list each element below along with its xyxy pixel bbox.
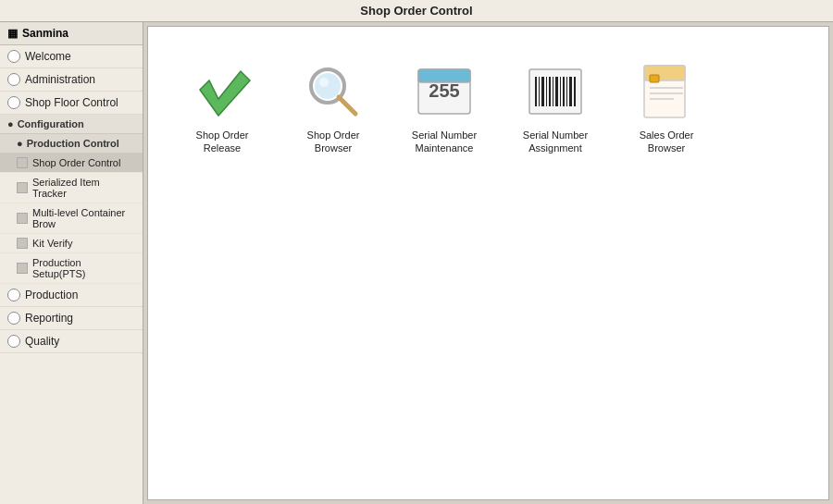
title-bar: Shop Order Control — [0, 0, 833, 22]
sidebar-subitem-shop-order-control[interactable]: Shop Order Control — [0, 154, 143, 173]
svg-rect-11 — [541, 77, 544, 106]
svg-rect-18 — [566, 77, 567, 106]
sidebar-reporting-label: Reporting — [25, 312, 73, 325]
sidebar-item-reporting[interactable]: Reporting — [0, 307, 143, 330]
sidebar-sub-label-kv: Kit Verify — [32, 238, 72, 249]
kit-verify-icon — [17, 238, 28, 249]
sidebar-administration-label: Administration — [25, 73, 95, 86]
svg-rect-16 — [560, 77, 561, 106]
sidebar-subitem-multilevel[interactable]: Multi-level Container Brow — [0, 203, 143, 234]
serial-number-maintenance-label: Serial NumberMaintenance — [412, 129, 477, 155]
svg-rect-20 — [574, 77, 576, 106]
checkmark-svg — [193, 62, 252, 121]
svg-rect-19 — [569, 77, 572, 106]
shop-order-browser-icon-img — [304, 62, 363, 121]
barcode-svg — [526, 62, 585, 121]
serialized-item-icon — [17, 182, 28, 193]
svg-point-2 — [315, 73, 341, 99]
sidebar-configuration-label: Configuration — [18, 118, 84, 129]
sidebar-sub-label-ml: Multi-level Container Brow — [32, 207, 135, 229]
sidebar-brand: ▦ Sanmina — [0, 22, 143, 45]
sidebar-prodctrl-label: Production Control — [27, 138, 119, 149]
svg-rect-12 — [546, 77, 547, 106]
serial-number-assignment-label: Serial NumberAssignment — [523, 129, 588, 155]
svg-rect-10 — [539, 77, 540, 106]
sidebar-sub-label-sit: Serialized Item Tracker — [32, 177, 135, 199]
production-icon — [7, 289, 20, 301]
multilevel-icon — [17, 213, 28, 224]
shop-order-release-item[interactable]: Shop Order Release — [176, 55, 268, 163]
sidebar-subitem-production-setup[interactable]: Production Setup(PTS) — [0, 253, 143, 284]
svg-rect-26 — [650, 75, 659, 82]
sidebar: ▦ Sanmina Welcome Administration Shop Fl… — [0, 22, 143, 504]
sidebar-item-production[interactable]: Production — [0, 284, 143, 307]
sidebar-sub-label-ps: Production Setup(PTS) — [32, 257, 135, 279]
brand-icon: ▦ — [7, 27, 18, 40]
serial-number-maintenance-icon-img: 255 — [415, 62, 474, 121]
serial-number-assignment-item[interactable]: Serial NumberAssignment — [509, 55, 602, 163]
sidebar-subitem-serialized-item[interactable]: Serialized Item Tracker — [0, 173, 143, 203]
svg-rect-15 — [555, 77, 558, 106]
sidebar-sub-label-soc: Shop Order Control — [32, 157, 120, 168]
serial-number-maintenance-item[interactable]: 255 Serial NumberMaintenance — [398, 55, 491, 163]
welcome-icon — [7, 50, 20, 63]
icons-grid: Shop Order Release Shop Order Browser — [167, 45, 810, 172]
svg-rect-13 — [549, 77, 551, 106]
sales-order-browser-icon-img — [637, 62, 696, 121]
sidebar-shopfloor-label: Shop Floor Control — [25, 96, 118, 109]
svg-rect-17 — [563, 77, 565, 106]
number255-svg: 255 — [415, 62, 474, 121]
svg-marker-0 — [200, 71, 250, 116]
sidebar-configuration-header: ● Configuration — [0, 115, 143, 134]
page-title: Shop Order Control — [360, 4, 472, 18]
sidebar-item-quality[interactable]: Quality — [0, 330, 143, 353]
svg-point-3 — [319, 78, 329, 87]
search-svg — [304, 62, 363, 121]
config-bullet-icon: ● — [7, 118, 14, 129]
sidebar-item-shop-floor-control[interactable]: Shop Floor Control — [0, 92, 143, 115]
brand-label: Sanmina — [22, 27, 68, 40]
shop-order-release-icon-img — [193, 62, 252, 121]
administration-icon — [7, 73, 20, 86]
reporting-icon — [7, 312, 20, 325]
sidebar-production-label: Production — [25, 289, 78, 301]
quality-icon — [7, 335, 20, 348]
content-area: Shop Order Release Shop Order Browser — [147, 26, 829, 500]
sidebar-subitem-kit-verify[interactable]: Kit Verify — [0, 234, 143, 253]
svg-rect-14 — [553, 77, 553, 106]
sidebar-item-welcome[interactable]: Welcome — [0, 45, 143, 68]
sidebar-production-control-header[interactable]: ● Production Control — [0, 134, 143, 154]
sales-order-browser-label: Sales Order Browser — [628, 129, 705, 155]
shop-order-ctrl-icon — [17, 157, 28, 168]
svg-text:255: 255 — [429, 80, 459, 101]
svg-line-4 — [339, 97, 355, 114]
shop-order-browser-item[interactable]: Shop Order Browser — [287, 55, 379, 163]
svg-rect-9 — [535, 77, 537, 106]
sidebar-welcome-label: Welcome — [25, 50, 71, 63]
shop-floor-icon — [7, 96, 20, 109]
sales-order-browser-item[interactable]: Sales Order Browser — [620, 55, 713, 163]
prod-ctrl-bullet: ● — [17, 138, 23, 149]
production-setup-icon — [17, 263, 28, 274]
shop-order-release-label: Shop Order Release — [183, 129, 261, 155]
sidebar-item-administration[interactable]: Administration — [0, 68, 143, 92]
sidebar-quality-label: Quality — [25, 335, 59, 348]
document-svg — [637, 62, 696, 121]
shop-order-browser-label: Shop Order Browser — [294, 129, 372, 155]
serial-number-assignment-icon-img — [526, 62, 585, 121]
